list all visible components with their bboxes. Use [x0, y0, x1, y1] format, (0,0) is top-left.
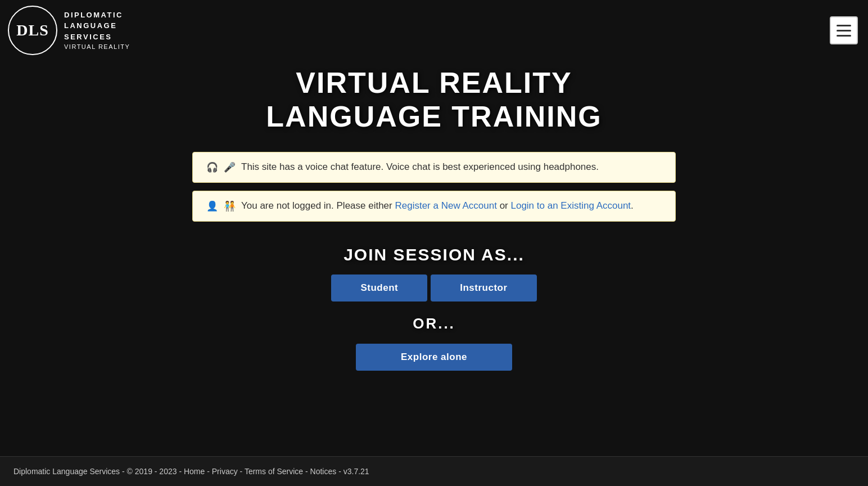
hamburger-line-1: [837, 25, 851, 26]
footer-copyright: © 2019 - 2023: [127, 467, 177, 476]
voice-chat-banner: 🎧 🎤 This site has a voice chat feature. …: [192, 152, 676, 183]
logo: DLS Diplomatic Language Services Virtual…: [8, 6, 130, 55]
join-title: Join Session As...: [343, 245, 525, 264]
login-link[interactable]: Login to an Existing Account: [510, 200, 631, 211]
or-label: OR...: [413, 315, 455, 332]
users-icon: 🧑‍🤝‍🧑: [224, 200, 236, 212]
auth-text-before: You are not logged in. Please either: [241, 200, 395, 211]
navbar: DLS Diplomatic Language Services Virtual…: [0, 0, 868, 61]
footer-privacy-link[interactable]: Privacy: [212, 467, 238, 476]
hero-title-line2: Language Training: [266, 100, 602, 133]
logo-circle: DLS: [8, 6, 57, 55]
footer-separator-6: -: [338, 467, 343, 476]
session-buttons: Student Instructor: [331, 274, 536, 302]
footer-separator-3: -: [207, 467, 212, 476]
register-link[interactable]: Register a New Account: [395, 200, 496, 211]
logo-line3: Services: [64, 32, 130, 43]
student-button[interactable]: Student: [331, 274, 427, 302]
hero-title-line1: Virtual Reality: [296, 66, 572, 99]
footer-separator-1: -: [122, 467, 127, 476]
footer-version: v3.7.21: [343, 467, 369, 476]
hero-section: DLS Diplomatic Language Services Virtual…: [0, 0, 868, 456]
logo-acronym: DLS: [16, 21, 48, 39]
microphone-icon: 🎤: [224, 161, 236, 173]
logo-sub: Virtual Reality: [64, 42, 130, 52]
hero-content: Virtual Reality Language Training 🎧 🎤 Th…: [181, 66, 687, 371]
user-icon: 👤: [206, 200, 218, 212]
footer-separator-4: -: [240, 467, 245, 476]
menu-button[interactable]: [830, 16, 858, 44]
footer-separator-5: -: [305, 467, 310, 476]
auth-text-or: or: [500, 200, 511, 211]
footer-home-link[interactable]: Home: [184, 467, 205, 476]
logo-text: Diplomatic Language Services Virtual Rea…: [64, 10, 130, 52]
auth-banner-text: You are not logged in. Please either Reg…: [241, 200, 634, 212]
logo-line1: Diplomatic: [64, 10, 130, 21]
footer-company-link[interactable]: Diplomatic Language Services: [13, 467, 120, 476]
join-section: Join Session As... Student Instructor OR…: [331, 245, 536, 371]
auth-banner: 👤 🧑‍🤝‍🧑 You are not logged in. Please ei…: [192, 191, 676, 222]
footer-tos-link[interactable]: Terms of Service: [245, 467, 303, 476]
footer-notices-link[interactable]: Notices: [310, 467, 337, 476]
voice-banner-text: This site has a voice chat feature. Voic…: [241, 161, 599, 173]
explore-alone-button[interactable]: Explore alone: [356, 344, 512, 371]
instructor-button[interactable]: Instructor: [431, 274, 536, 302]
hamburger-line-2: [837, 30, 851, 32]
footer-text: Diplomatic Language Services - © 2019 - …: [13, 467, 369, 476]
logo-line2: Language: [64, 20, 130, 32]
hero-title: Virtual Reality Language Training: [266, 66, 602, 134]
headphones-icon: 🎧: [206, 161, 218, 173]
footer: Diplomatic Language Services - © 2019 - …: [0, 456, 868, 486]
footer-separator-2: -: [179, 467, 184, 476]
hamburger-line-3: [837, 35, 851, 37]
